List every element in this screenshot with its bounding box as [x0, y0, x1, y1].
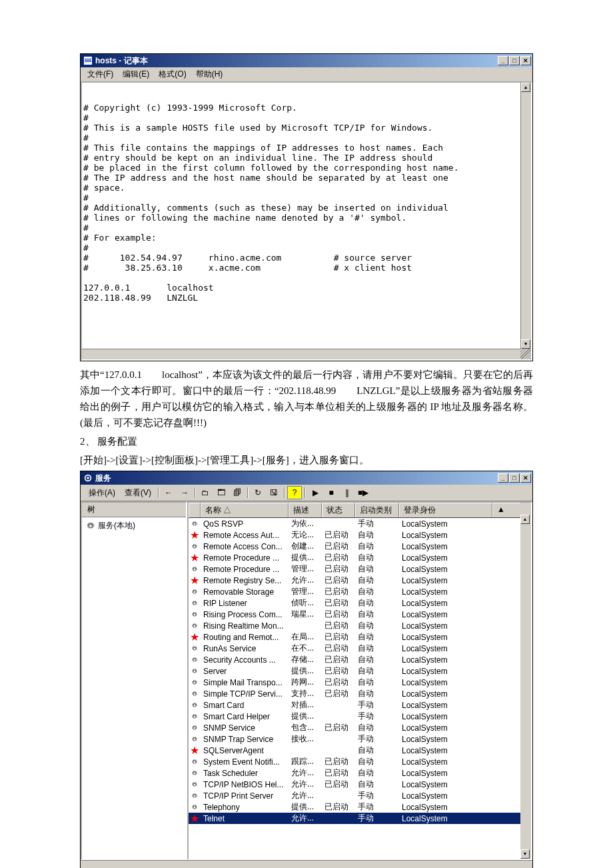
- service-row[interactable]: QoS RSVP为依...手动LocalSystem: [189, 518, 531, 529]
- service-desc: 管理...: [289, 563, 322, 575]
- service-row[interactable]: Smart Card对插...手动LocalSystem: [189, 699, 531, 711]
- service-row[interactable]: Server提供...已启动自动LocalSystem: [189, 665, 531, 677]
- col-status[interactable]: 状态: [322, 503, 355, 517]
- file-content[interactable]: # Copyright (c) 1993-1999 Microsoft Corp…: [82, 103, 531, 309]
- toolbar-view[interactable]: 查看(V): [121, 487, 155, 499]
- service-desc: 跟踪...: [289, 756, 322, 767]
- help-icon[interactable]: ?: [287, 486, 302, 499]
- svg-point-16: [194, 715, 196, 717]
- service-row[interactable]: ★Remote Procedure ...提供...已启动自动LocalSyst…: [189, 552, 531, 563]
- gear-icon: [189, 735, 201, 744]
- scroll-up-icon[interactable]: [520, 515, 530, 524]
- service-row[interactable]: ★Remote Access Aut...无论...已启动自动LocalSyst…: [189, 529, 531, 541]
- service-row[interactable]: ★Routing and Remot...在局...已启动自动LocalSyst…: [189, 631, 531, 643]
- service-row[interactable]: Security Accounts ...存储...已启动自动LocalSyst…: [189, 654, 531, 665]
- col-type[interactable]: 启动类别: [355, 503, 399, 517]
- service-row[interactable]: Telephony提供...已启动手动LocalSystem: [189, 801, 531, 813]
- service-row[interactable]: Rising Process Com...瑞星...已启动自动LocalSyst…: [189, 609, 531, 620]
- col-desc[interactable]: 描述: [289, 503, 322, 517]
- tree-tab[interactable]: 树: [82, 503, 186, 517]
- col-logon[interactable]: 登录身份: [399, 503, 492, 517]
- restart-service-icon[interactable]: ■▶: [356, 486, 370, 499]
- close-button[interactable]: ✕: [520, 473, 531, 483]
- service-row[interactable]: Remote Procedure ...管理...已启动自动LocalSyste…: [189, 563, 531, 575]
- service-desc: 提供...: [289, 801, 322, 813]
- service-row[interactable]: Task Scheduler允许...已启动自动LocalSystem: [189, 767, 531, 779]
- titlebar[interactable]: hosts - 记事本 _ □ ✕: [81, 54, 532, 67]
- list-view-icon[interactable]: 🗔: [214, 486, 229, 499]
- minimize-button[interactable]: _: [498, 473, 508, 483]
- export-icon[interactable]: 🖫: [267, 486, 281, 499]
- service-row[interactable]: ★Remote Registry Se...允许...已启动自动LocalSys…: [189, 575, 531, 586]
- svg-point-18: [194, 738, 196, 740]
- svg-point-19: [194, 761, 196, 763]
- service-name: Remote Access Con...: [201, 542, 289, 551]
- service-row[interactable]: RunAs Service在不...已启动自动LocalSystem: [189, 643, 531, 654]
- list-vertical-scrollbar[interactable]: [520, 503, 531, 859]
- service-status: 已启动: [322, 767, 355, 779]
- service-row[interactable]: Remote Access Con...创建...已启动自动LocalSyste…: [189, 541, 531, 552]
- service-name: Smart Card: [201, 701, 289, 710]
- service-row[interactable]: Simple TCP/IP Servi...支持...已启动自动LocalSys…: [189, 688, 531, 699]
- star-icon: ★: [189, 554, 201, 562]
- services-list[interactable]: 名称 △ 描述 状态 启动类别 登录身份 ▲ QoS RSVP为依...手动Lo…: [187, 501, 532, 860]
- service-type: 自动: [355, 779, 399, 790]
- menu-help[interactable]: 帮助(H): [192, 69, 227, 80]
- close-button[interactable]: ✕: [520, 56, 531, 65]
- separator: [158, 487, 159, 498]
- col-name[interactable]: 名称 △: [201, 503, 289, 517]
- forward-button[interactable]: →: [177, 486, 192, 499]
- service-logon: LocalSystem: [399, 803, 492, 812]
- service-status: 已启动: [322, 801, 355, 813]
- start-service-icon[interactable]: ▶: [308, 486, 322, 499]
- maximize-button[interactable]: □: [509, 56, 520, 65]
- scroll-down-icon[interactable]: [520, 849, 530, 859]
- resize-grip-icon[interactable]: [520, 349, 531, 359]
- service-type: 自动: [355, 541, 399, 552]
- service-row[interactable]: SNMP Trap Service接收...手动LocalSystem: [189, 733, 531, 745]
- services-titlebar[interactable]: 服务 _ □ ✕: [81, 471, 532, 485]
- service-row[interactable]: TCP/IP NetBIOS Hel...允许...已启动自动LocalSyst…: [189, 779, 531, 790]
- back-button[interactable]: ←: [161, 486, 176, 499]
- up-button[interactable]: 🗀: [198, 486, 213, 499]
- svg-point-6: [194, 591, 196, 593]
- scroll-down-icon[interactable]: [521, 339, 530, 349]
- gear-icon: [189, 610, 201, 619]
- service-row[interactable]: Rising Realtime Mon...已启动自动LocalSystem: [189, 620, 531, 631]
- service-type: 自动: [355, 552, 399, 563]
- pause-service-icon[interactable]: ‖: [340, 486, 354, 499]
- menu-format[interactable]: 格式(O): [155, 69, 190, 80]
- service-row[interactable]: RIP Listener侦听...已启动自动LocalSystem: [189, 597, 531, 609]
- service-name: SQLServerAgent: [201, 746, 289, 755]
- toolbar-action[interactable]: 操作(A): [85, 487, 119, 499]
- menu-edit[interactable]: 编辑(E): [119, 69, 153, 80]
- service-desc: 对插...: [289, 699, 322, 711]
- service-row[interactable]: Removable Storage管理...已启动自动LocalSystem: [189, 586, 531, 597]
- minimize-button[interactable]: _: [498, 56, 508, 65]
- stop-service-icon[interactable]: ■: [324, 486, 338, 499]
- service-row[interactable]: System Event Notifi...跟踪...已启动自动LocalSys…: [189, 756, 531, 767]
- properties-icon[interactable]: 🗐: [230, 486, 245, 499]
- service-desc: 侦听...: [289, 597, 322, 609]
- service-row[interactable]: TCP/IP Print Server允许...手动LocalSystem: [189, 790, 531, 801]
- service-row[interactable]: SNMP Service包含...已启动自动LocalSystem: [189, 722, 531, 733]
- service-name: Simple TCP/IP Servi...: [201, 689, 289, 699]
- services-tree[interactable]: 树 服务(本地): [81, 501, 187, 860]
- svg-point-7: [194, 602, 196, 604]
- gear-icon: [86, 521, 95, 531]
- service-row[interactable]: Simple Mail Transpo...跨网...已启动自动LocalSys…: [189, 677, 531, 688]
- refresh-icon[interactable]: ↻: [251, 486, 265, 499]
- service-row[interactable]: ★SQLServerAgent自动LocalSystem: [189, 745, 531, 756]
- svg-point-3: [194, 523, 196, 525]
- maximize-button[interactable]: □: [509, 473, 520, 483]
- tree-node-services-local[interactable]: 服务(本地): [82, 517, 186, 534]
- service-row[interactable]: ★Telnet允许...手动LocalSystem: [189, 813, 531, 824]
- service-row[interactable]: Smart Card Helper提供...手动LocalSystem: [189, 711, 531, 722]
- horizontal-scrollbar[interactable]: ◄ ►: [82, 349, 520, 359]
- service-name: Remote Procedure ...: [201, 553, 289, 563]
- scroll-up-icon[interactable]: [521, 83, 530, 92]
- menu-file[interactable]: 文件(F): [83, 69, 117, 80]
- vertical-scrollbar[interactable]: [520, 83, 531, 349]
- service-type: 自动: [355, 745, 399, 756]
- text-area[interactable]: # Copyright (c) 1993-1999 Microsoft Corp…: [81, 81, 532, 361]
